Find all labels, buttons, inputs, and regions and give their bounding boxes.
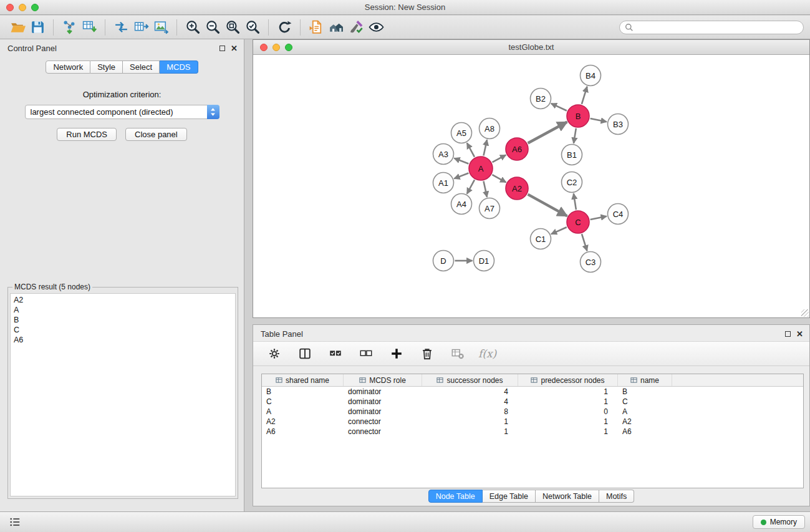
export-table-button[interactable] <box>131 17 151 37</box>
graph-edge-B-B4[interactable] <box>582 87 587 104</box>
refresh-button[interactable] <box>274 17 294 37</box>
graph-node-A8[interactable]: A8 <box>480 118 500 139</box>
table-cell[interactable]: 1 <box>518 397 618 407</box>
table-cell[interactable]: connector <box>344 427 422 437</box>
delete-table-button[interactable] <box>448 344 468 364</box>
table-cell[interactable]: 1 <box>422 427 518 437</box>
table-cell[interactable]: 0 <box>518 407 618 417</box>
table-cell[interactable]: C <box>618 397 672 407</box>
tab-mcds[interactable]: MCDS <box>160 60 198 74</box>
zoom-out-button[interactable] <box>203 17 223 37</box>
table-cell[interactable]: A6 <box>262 427 344 437</box>
search-input[interactable] <box>637 23 798 32</box>
table-cell[interactable]: 1 <box>518 427 618 437</box>
graph-edge-C-C2[interactable] <box>574 193 576 210</box>
deselect-all-button[interactable] <box>356 344 376 364</box>
graph-node-A1[interactable]: A1 <box>433 173 454 193</box>
table-cell[interactable]: connector <box>344 417 422 427</box>
table-cell[interactable]: dominator <box>344 387 422 397</box>
graph-node-C4[interactable]: C4 <box>608 204 629 225</box>
zoom-window-button[interactable] <box>31 4 39 11</box>
criterion-dropdown[interactable]: largest connected component (directed) <box>25 105 219 119</box>
export-image-button[interactable] <box>151 17 171 37</box>
graph-node-A3[interactable]: A3 <box>433 144 454 165</box>
table-cell[interactable]: B <box>262 387 344 397</box>
graph-node-A6[interactable]: A6 <box>506 138 528 160</box>
graph-node-C3[interactable]: C3 <box>581 252 601 273</box>
graph-edge-A-A7[interactable] <box>483 181 487 197</box>
zoom-selected-button[interactable] <box>243 17 263 37</box>
column-header-MCDS-role[interactable]: MCDS role <box>344 374 422 386</box>
graph-node-B1[interactable]: B1 <box>562 145 582 165</box>
network-close-button[interactable] <box>260 44 268 51</box>
tab-node-table[interactable]: Node Table <box>428 490 483 503</box>
table-cell[interactable]: 1 <box>518 417 618 427</box>
column-header-successor-nodes[interactable]: successor nodes <box>422 374 518 386</box>
graph-edge-B-B3[interactable] <box>591 118 607 122</box>
network-zoom-button[interactable] <box>285 44 292 51</box>
close-table-panel-icon[interactable]: ✕ <box>796 330 803 338</box>
graph-node-B3[interactable]: B3 <box>608 114 629 135</box>
graph-edge-A-A8[interactable] <box>483 140 487 155</box>
select-all-button[interactable] <box>325 344 345 364</box>
close-panel-icon[interactable]: ✕ <box>231 44 238 52</box>
show-panels-button[interactable] <box>7 515 22 530</box>
gear-button[interactable] <box>264 344 284 364</box>
graph-edge-A-A3[interactable] <box>454 158 468 164</box>
table-cell[interactable]: C <box>262 397 344 407</box>
network-graph[interactable]: AA1A2A3A4A5A6A7A8BB1B2B3B4CC1C2C3C4DD1 <box>253 55 809 317</box>
table-cell[interactable]: dominator <box>344 397 422 407</box>
save-button[interactable] <box>27 17 47 37</box>
float-table-panel-icon[interactable] <box>785 331 791 337</box>
table-cell[interactable]: 1 <box>422 417 518 427</box>
document-button[interactable] <box>306 17 326 37</box>
tab-motifs[interactable]: Motifs <box>599 490 634 503</box>
float-panel-icon[interactable] <box>219 46 225 51</box>
graph-node-A4[interactable]: A4 <box>451 194 472 215</box>
column-header-predecessor-nodes[interactable]: predecessor nodes <box>518 374 618 386</box>
table-cell[interactable]: B <box>618 387 672 397</box>
table-cell[interactable]: A <box>618 407 672 417</box>
graph-edge-A-A6[interactable] <box>493 155 506 162</box>
close-window-button[interactable] <box>6 4 14 11</box>
column-header-name[interactable]: name <box>618 374 672 386</box>
tab-select[interactable]: Select <box>123 60 160 74</box>
minimize-window-button[interactable] <box>19 4 26 11</box>
table-cell[interactable]: 4 <box>422 397 518 407</box>
table-row[interactable]: A2connector11A2 <box>262 417 803 427</box>
table-row[interactable]: Bdominator41B <box>262 387 803 397</box>
table-cell[interactable]: 1 <box>518 387 618 397</box>
graph-edge-A-A1[interactable] <box>454 173 468 179</box>
export-network-button[interactable] <box>111 17 131 37</box>
memory-button[interactable]: Memory <box>753 515 805 529</box>
folder-open-button[interactable] <box>7 17 27 37</box>
table-cell[interactable]: A6 <box>618 427 672 437</box>
graph-node-C[interactable]: C <box>567 211 589 233</box>
table-cell[interactable]: dominator <box>344 407 422 417</box>
network-minimize-button[interactable] <box>272 44 280 51</box>
tab-edge-table[interactable]: Edge Table <box>483 490 536 503</box>
graph-node-B2[interactable]: B2 <box>531 89 551 109</box>
close-panel-button[interactable]: Close panel <box>125 128 187 141</box>
graph-node-A7[interactable]: A7 <box>480 198 500 219</box>
function-builder-icon[interactable]: f(x) <box>478 347 496 360</box>
tab-style[interactable]: Style <box>90 60 123 74</box>
mcds-result-list[interactable]: A2ABCA6 <box>10 293 236 496</box>
table-row[interactable]: Cdominator41C <box>262 397 803 407</box>
graph-node-D[interactable]: D <box>433 251 454 271</box>
run-mcds-button[interactable]: Run MCDS <box>57 128 117 141</box>
table-cell[interactable]: 8 <box>422 407 518 417</box>
eye-button[interactable] <box>366 17 386 37</box>
graph-edge-B-B2[interactable] <box>551 104 567 111</box>
style-check-button[interactable] <box>346 17 366 37</box>
houses-button[interactable] <box>326 17 346 37</box>
graph-edge-B-B1[interactable] <box>574 128 576 143</box>
zoom-in-button[interactable] <box>183 17 203 37</box>
tab-network-table[interactable]: Network Table <box>536 490 599 503</box>
tab-network[interactable]: Network <box>46 60 90 74</box>
search-box[interactable] <box>619 21 804 34</box>
network-canvas[interactable]: AA1A2A3A4A5A6A7A8BB1B2B3B4CC1C2C3C4DD1 <box>253 55 809 317</box>
graph-edge-C-C1[interactable] <box>551 227 567 234</box>
import-table-button[interactable] <box>79 17 99 37</box>
graph-edge-C-C4[interactable] <box>591 216 607 220</box>
